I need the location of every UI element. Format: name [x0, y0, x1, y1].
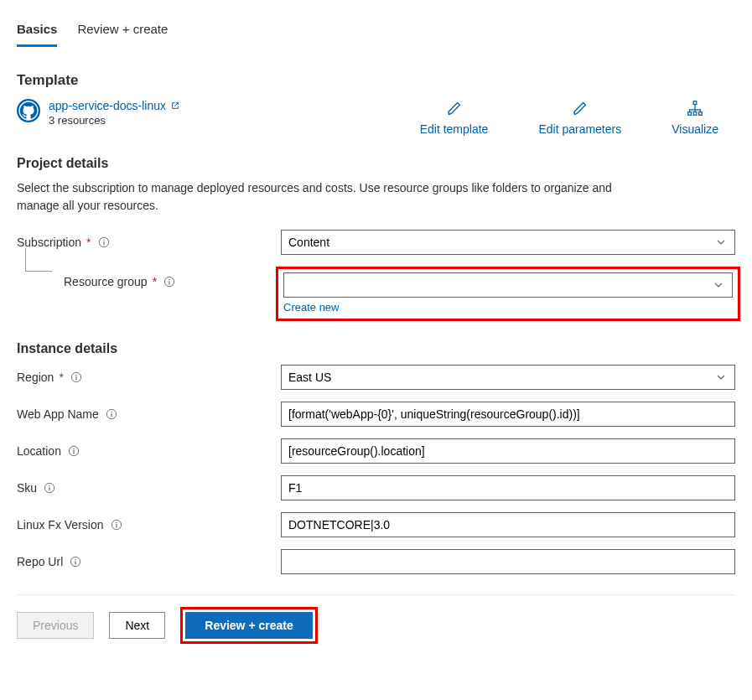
tab-bar: Basics Review + create — [17, 0, 735, 47]
external-link-icon — [171, 101, 179, 110]
required-marker: * — [153, 275, 157, 288]
svg-rect-2 — [688, 112, 692, 116]
template-link-text: app-service-docs-linux — [49, 99, 166, 112]
webapp-row: Web App Name — [17, 402, 735, 427]
region-label: Region — [17, 371, 54, 384]
info-icon[interactable] — [44, 482, 55, 494]
info-icon[interactable] — [111, 519, 122, 531]
visualize-button[interactable]: Visualize — [672, 99, 718, 136]
template-link[interactable]: app-service-docs-linux — [49, 99, 179, 112]
svg-rect-28 — [75, 561, 76, 564]
info-icon[interactable] — [70, 556, 81, 568]
template-heading: Template — [17, 72, 735, 89]
pencil-icon — [571, 99, 589, 117]
linux-input[interactable] — [281, 512, 735, 537]
subscription-select[interactable]: Content — [281, 230, 735, 255]
svg-rect-4 — [699, 112, 703, 116]
svg-rect-25 — [116, 524, 117, 527]
sku-input[interactable] — [281, 475, 735, 500]
subscription-row: Subscription * Content — [17, 230, 735, 255]
svg-rect-1 — [693, 101, 697, 105]
info-icon[interactable] — [163, 276, 175, 288]
svg-rect-13 — [75, 376, 76, 380]
linux-row: Linux Fx Version — [17, 512, 735, 537]
tree-connector — [25, 248, 52, 272]
svg-point-18 — [73, 449, 74, 449]
create-new-link[interactable]: Create new — [283, 301, 339, 314]
svg-rect-19 — [73, 450, 74, 454]
svg-point-6 — [103, 240, 104, 241]
svg-point-12 — [75, 375, 76, 376]
location-input[interactable] — [281, 438, 735, 464]
resource-group-label: Resource group — [64, 275, 148, 288]
svg-rect-16 — [111, 413, 112, 417]
project-details-desc: Select the subscription to manage deploy… — [17, 179, 654, 215]
template-row: app-service-docs-linux 3 resources Edit … — [17, 99, 735, 136]
sku-label: Sku — [17, 481, 37, 495]
hierarchy-icon — [686, 99, 704, 117]
region-row: Region * East US — [17, 365, 735, 390]
next-button[interactable]: Next — [109, 612, 165, 639]
svg-rect-22 — [49, 487, 50, 490]
previous-button: Previous — [17, 612, 94, 639]
location-row: Location — [17, 438, 735, 464]
info-icon[interactable] — [98, 236, 110, 248]
footer-bar: Previous Next Review + create — [17, 594, 735, 644]
tab-basics[interactable]: Basics — [17, 17, 57, 47]
svg-rect-10 — [169, 281, 170, 284]
webapp-label: Web App Name — [17, 407, 99, 421]
pencil-icon — [445, 99, 464, 117]
sku-row: Sku — [17, 475, 735, 500]
review-highlight: Review + create — [180, 607, 317, 644]
edit-parameters-label: Edit parameters — [538, 122, 621, 136]
visualize-label: Visualize — [672, 122, 718, 136]
resource-group-select[interactable] — [283, 272, 733, 298]
svg-point-21 — [49, 485, 49, 486]
svg-rect-7 — [103, 241, 104, 245]
info-icon[interactable] — [68, 445, 80, 457]
tab-review-create[interactable]: Review + create — [77, 17, 168, 47]
resource-group-highlight: Create new — [276, 267, 740, 321]
subscription-label: Subscription — [17, 236, 81, 249]
required-marker: * — [59, 371, 63, 384]
svg-point-9 — [169, 279, 169, 280]
edit-template-button[interactable]: Edit template — [420, 99, 489, 136]
github-icon — [17, 99, 40, 122]
repo-label: Repo Url — [17, 555, 63, 568]
info-icon[interactable] — [70, 371, 82, 383]
review-create-button[interactable]: Review + create — [185, 612, 312, 639]
webapp-input[interactable] — [281, 402, 735, 427]
edit-template-label: Edit template — [420, 122, 489, 136]
project-details-heading: Project details — [17, 156, 735, 171]
info-icon[interactable] — [106, 408, 117, 420]
svg-point-15 — [111, 412, 112, 412]
region-select[interactable]: East US — [281, 365, 735, 390]
svg-point-27 — [75, 559, 76, 560]
location-label: Location — [17, 444, 61, 458]
instance-details-heading: Instance details — [17, 341, 735, 356]
repo-input[interactable] — [281, 549, 735, 574]
svg-rect-3 — [693, 112, 697, 116]
resource-group-row: Resource group * Create new — [17, 267, 735, 321]
repo-row: Repo Url — [17, 549, 735, 574]
required-marker: * — [86, 236, 91, 249]
svg-point-24 — [116, 522, 117, 523]
template-resources: 3 resources — [49, 114, 179, 127]
linux-label: Linux Fx Version — [17, 518, 104, 531]
edit-parameters-button[interactable]: Edit parameters — [538, 99, 621, 136]
